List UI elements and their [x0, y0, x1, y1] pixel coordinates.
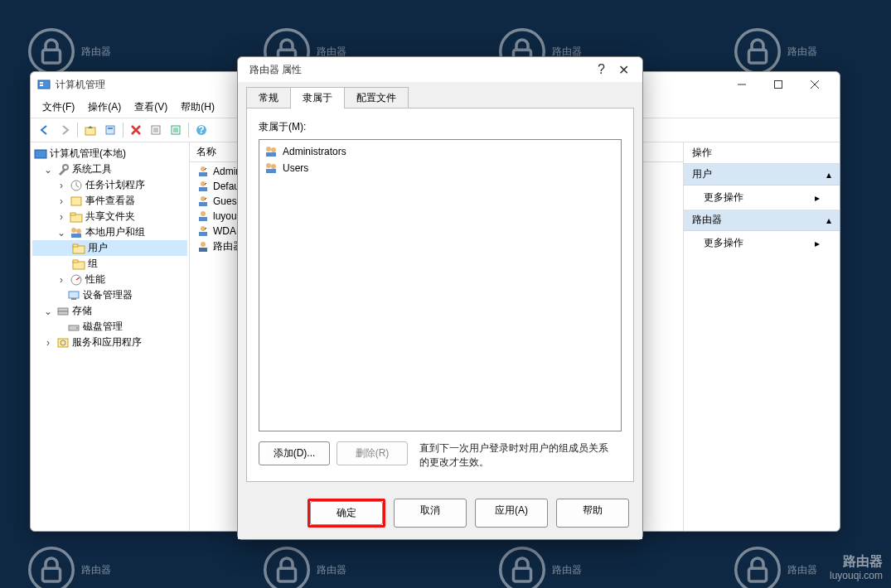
properties-button[interactable]	[101, 121, 119, 139]
tree-services[interactable]: ›服务和应用程序	[32, 335, 187, 350]
svg-rect-33	[71, 197, 81, 205]
group-icon	[264, 145, 278, 158]
tab-panel: 隶属于(M): Administrators Users 添加(D)... 删除…	[246, 108, 634, 482]
svg-rect-9	[43, 568, 61, 581]
list-item[interactable]: Users	[263, 160, 617, 176]
tree-groups[interactable]: 组	[32, 256, 187, 272]
watermark-text: 路由器	[787, 45, 817, 59]
arrow-icon: ▸	[815, 238, 820, 249]
user-icon	[196, 165, 210, 178]
help-button[interactable]: ?	[192, 121, 211, 139]
svg-point-60	[201, 226, 206, 231]
svg-point-37	[76, 229, 81, 234]
actions-section-router[interactable]: 路由器▴	[684, 210, 840, 231]
actions-section-users[interactable]: 用户▴	[684, 164, 840, 186]
properties-dialog: 路由器 属性 ? ✕ 常规 隶属于 配置文件 隶属于(M): Administr…	[237, 56, 643, 540]
maximize-button[interactable]	[760, 72, 797, 97]
collapse-icon: ▴	[826, 214, 831, 226]
svg-text:?: ?	[198, 124, 204, 136]
user-icon	[196, 210, 210, 223]
refresh-button[interactable]	[147, 121, 165, 139]
tree-disk[interactable]: 磁盘管理	[32, 319, 187, 335]
svg-point-10	[265, 548, 309, 588]
svg-point-56	[201, 196, 206, 201]
tree-users[interactable]: 用户	[32, 240, 187, 256]
svg-point-14	[736, 548, 780, 588]
group-icon	[264, 161, 278, 175]
forward-button[interactable]	[56, 121, 74, 139]
dialog-footer: 确定 取消 应用(A) 帮助	[238, 490, 642, 539]
svg-rect-42	[73, 260, 78, 263]
add-button[interactable]: 添加(D)...	[259, 441, 330, 465]
memberof-listbox[interactable]: Administrators Users	[259, 139, 622, 431]
collapse-icon: ▴	[826, 169, 831, 181]
svg-rect-55	[199, 187, 207, 191]
user-icon	[196, 180, 210, 193]
tree-storage[interactable]: ⌄存储	[32, 303, 187, 319]
tree-devmgr[interactable]: 设备管理器	[32, 287, 187, 303]
help-button[interactable]: ?	[598, 62, 605, 77]
svg-rect-23	[85, 128, 95, 135]
svg-point-36	[71, 228, 76, 233]
watermark-text: 路由器	[81, 563, 111, 577]
svg-rect-40	[73, 244, 78, 247]
watermark-text: 路由器	[552, 563, 582, 577]
close-button[interactable]	[797, 72, 833, 97]
tree-root[interactable]: 计算机管理(本地)	[32, 146, 187, 161]
app-icon	[37, 78, 51, 91]
minimize-button[interactable]	[724, 72, 760, 97]
svg-point-65	[271, 147, 276, 152]
svg-point-12	[501, 548, 545, 588]
svg-point-8	[30, 548, 74, 588]
actions-more-2[interactable]: 更多操作▸	[684, 231, 840, 255]
folder-icon	[72, 258, 85, 271]
delete-button[interactable]	[127, 121, 145, 139]
tab-profile[interactable]: 配置文件	[344, 87, 409, 108]
menu-file[interactable]: 文件(F)	[37, 99, 80, 116]
tree-tools[interactable]: ⌄系统工具	[32, 161, 187, 177]
svg-rect-1	[43, 50, 61, 63]
ok-button[interactable]: 确定	[310, 501, 383, 525]
tab-general[interactable]: 常规	[246, 87, 291, 108]
svg-rect-45	[71, 298, 76, 300]
svg-rect-66	[266, 152, 276, 157]
svg-point-67	[266, 163, 271, 168]
svg-point-64	[266, 147, 271, 152]
tab-memberof[interactable]: 隶属于	[290, 87, 345, 108]
tree-panel: 计算机管理(本地) ⌄系统工具 ›任务计划程序 ›事件查看器 ›共享文件夹 ⌄本…	[31, 142, 190, 531]
back-button[interactable]	[36, 121, 54, 139]
list-item[interactable]: Administrators	[263, 143, 617, 160]
dialog-titlebar[interactable]: 路由器 属性 ? ✕	[238, 57, 642, 82]
remove-button[interactable]: 删除(R)	[337, 441, 408, 465]
svg-rect-13	[514, 568, 531, 581]
menu-help[interactable]: 帮助(H)	[176, 99, 220, 116]
svg-point-52	[201, 166, 206, 171]
tree-event[interactable]: ›事件查看器	[32, 193, 187, 209]
svg-rect-61	[199, 232, 207, 236]
svg-rect-15	[749, 568, 767, 581]
svg-rect-24	[106, 126, 114, 134]
help-button[interactable]: 帮助	[556, 499, 629, 528]
svg-rect-47	[58, 311, 68, 315]
actions-header: 操作	[684, 142, 840, 164]
up-button[interactable]	[81, 121, 99, 139]
export-button[interactable]	[167, 121, 185, 139]
apply-button[interactable]: 应用(A)	[475, 499, 548, 528]
menu-action[interactable]: 操作(A)	[83, 99, 126, 116]
svg-point-58	[201, 211, 206, 216]
svg-rect-69	[266, 169, 276, 173]
svg-point-62	[201, 242, 206, 247]
tree-perf[interactable]: ›性能	[32, 272, 187, 287]
svg-rect-30	[35, 150, 46, 158]
close-button[interactable]: ✕	[618, 62, 629, 78]
tree-local-users[interactable]: ⌄本地用户和组	[32, 224, 187, 240]
tree-task[interactable]: ›任务计划程序	[32, 177, 187, 193]
cancel-button[interactable]: 取消	[394, 499, 467, 528]
dialog-title: 路由器 属性	[245, 63, 593, 77]
svg-point-0	[30, 30, 74, 74]
actions-more-1[interactable]: 更多操作▸	[684, 186, 840, 210]
svg-rect-59	[199, 217, 207, 221]
tree-share[interactable]: ›共享文件夹	[32, 209, 187, 224]
svg-point-68	[271, 164, 276, 169]
menu-view[interactable]: 查看(V)	[129, 99, 172, 116]
